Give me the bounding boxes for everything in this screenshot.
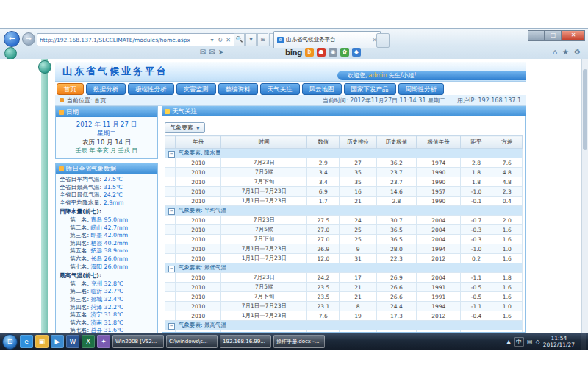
table-row[interactable]: 20107月1日—7月23日23.1824.41994-1.11.0 <box>165 302 523 311</box>
compat-view-icon[interactable]: ⊞ <box>257 33 268 46</box>
volume-icon[interactable]: ◇ <box>536 339 540 345</box>
table-row[interactable]: 20101月1日—7月23日1.7212.81990-0.10.4 <box>165 197 523 206</box>
minimize-button[interactable]: – <box>528 30 545 41</box>
table-cell: 3.4 <box>307 177 340 187</box>
table-cell: 17.3 <box>376 311 416 321</box>
network-icon[interactable]: ▤ <box>527 339 533 345</box>
rank-item: 第七名: 莒县 31.6℃ <box>60 327 154 333</box>
word-icon[interactable]: W <box>66 335 79 348</box>
nav-item[interactable]: 风云地图 <box>302 83 342 95</box>
table-cell: 24.4 <box>376 302 416 311</box>
table-row[interactable]: 20107月5候23.52126.61991-0.51.6 <box>165 283 523 292</box>
scrollbar[interactable] <box>581 59 588 333</box>
table-row[interactable]: 20107月23日24.21726.92004-1.11.8 <box>165 273 523 283</box>
bing-logo[interactable]: bing <box>285 49 302 57</box>
search-dropdown-icon[interactable]: ▾ <box>245 33 257 46</box>
collapse-icon[interactable]: − <box>168 151 175 158</box>
table-row[interactable]: 20107月1日—7月23日26.9928.01994-1.01.0 <box>165 244 523 254</box>
taskbar-window-button[interactable]: 操作手册.docx -... <box>273 335 325 348</box>
tool-icon[interactable]: ✦ <box>97 335 110 348</box>
table-group-row[interactable]: −气象要素: 平均气温 <box>165 206 523 216</box>
maximize-button[interactable]: □ <box>545 30 562 41</box>
collapse-icon[interactable]: − <box>168 266 175 272</box>
messenger-icon[interactable] <box>4 47 17 60</box>
home-icon[interactable]: ⌂ <box>553 48 557 56</box>
rank-item: 第三名: 即墨 42.0mm <box>60 232 154 240</box>
table-cell: 1.0 <box>492 302 522 311</box>
stat-value: 31.5℃ <box>101 184 123 191</box>
nav-item[interactable]: 首页 <box>57 83 84 95</box>
taskbar-window-button[interactable]: C:\windows\s... <box>166 335 218 348</box>
table-cell: 1月1日—7月23日 <box>221 311 307 321</box>
address-bar[interactable]: http://192.168.137.1/SLCCLIMATE/modules/… <box>37 33 235 46</box>
camera-icon[interactable]: ◉ <box>329 48 337 57</box>
table-cell: 1.8 <box>461 177 492 187</box>
search-icon[interactable]: 🔍 <box>234 33 245 46</box>
nav-item[interactable]: 灾害监测 <box>176 83 216 95</box>
url-text[interactable]: http://192.168.137.1/SLCCLIMATE/modules/… <box>40 37 208 43</box>
explorer-icon[interactable]: ▣ <box>35 335 49 348</box>
media-icon[interactable]: ▶ <box>51 335 64 348</box>
input-language-indicator[interactable]: 中 <box>514 337 524 347</box>
refresh-icon[interactable]: ↻ <box>216 37 224 43</box>
excel-icon[interactable]: X <box>82 335 95 348</box>
scrollbar-thumb[interactable] <box>583 69 587 150</box>
table-group-row[interactable]: −气象要素: 降水量 <box>165 149 523 158</box>
nav-menu: 首页数据分析极端性分析灾害监测整编资料天气关注风云地图国家下发产品周期性分析 <box>55 82 526 95</box>
table-group-row[interactable]: −气象要素: 最低气温 <box>165 263 523 273</box>
table-row[interactable]: 20107月5候3.43523.719901.84.8 <box>165 168 523 177</box>
table-cell: 21 <box>340 197 376 206</box>
weather-icon[interactable]: ✿ <box>340 48 349 57</box>
show-desktop-button[interactable] <box>581 333 586 350</box>
nav-item[interactable]: 国家下发产品 <box>344 83 396 95</box>
tray-expand-icon[interactable]: ▲ <box>506 339 511 345</box>
mail-icon[interactable]: ✉ <box>200 48 206 56</box>
table-cell: 2010 <box>176 187 221 197</box>
nav-item[interactable]: 数据分析 <box>86 83 126 95</box>
stop-icon[interactable]: ✕ <box>224 37 232 43</box>
ie-icon[interactable]: e <box>20 335 33 348</box>
map-icon[interactable]: ◆ <box>352 48 361 57</box>
browser-tab[interactable]: e 山东省气候业务平台 ✕ <box>273 31 381 48</box>
tab-title[interactable]: 山东省气候业务平台 <box>286 36 370 43</box>
element-filter-button[interactable]: 气象要素 ▼ <box>165 122 205 133</box>
favorites-star-icon[interactable]: ★ <box>562 48 569 56</box>
table-row[interactable]: 20107月1日—7月23日6.91614.61957-1.02.3 <box>165 187 523 197</box>
table-cell: 1.6 <box>492 292 522 302</box>
table-row[interactable]: 20101月1日—7月23日7.61917.32012-0.41.6 <box>165 311 523 321</box>
new-tab-button[interactable] <box>376 33 390 48</box>
table-row[interactable]: 20107月下旬3.43523.719901.84.8 <box>165 177 523 187</box>
news-icon[interactable]: ● <box>317 48 326 57</box>
autocomplete-arrow-icon[interactable]: ▾ <box>208 37 216 43</box>
nav-item[interactable]: 天气关注 <box>260 83 300 95</box>
close-button[interactable]: ✕ <box>562 30 585 41</box>
table-cell: 31 <box>340 254 376 263</box>
mail2-icon[interactable]: ✉ <box>209 48 215 56</box>
table-row[interactable]: 20107月23日2.92736.219742.87.6 <box>165 158 523 168</box>
send-icon[interactable]: ➤ <box>218 48 224 56</box>
settings-gear-icon[interactable]: ⚙ <box>574 48 581 56</box>
table-row[interactable]: 20107月下旬27.02536.52004-0.31.6 <box>165 235 523 244</box>
taskbar-window-button[interactable]: Win2008 [V52... <box>112 335 164 348</box>
table-cell: -0.4 <box>461 311 492 321</box>
table-row[interactable]: 20101月1日—7月23日12.03122.320120.21.6 <box>165 254 523 263</box>
bing-b-icon[interactable]: b <box>305 48 314 57</box>
nav-item[interactable]: 极端性分析 <box>128 83 174 95</box>
forward-button[interactable]: → <box>22 32 35 46</box>
collapse-icon[interactable]: − <box>168 208 175 215</box>
table-cell: 1.6 <box>492 235 522 244</box>
collapse-icon[interactable]: − <box>168 323 175 330</box>
table-row[interactable]: 20107月下旬23.52126.61991-0.51.6 <box>165 292 523 302</box>
back-button[interactable]: ← <box>4 31 20 47</box>
table-group-row[interactable]: −气象要素: 最高气温 <box>165 321 523 330</box>
table-cell: 2010 <box>176 197 221 206</box>
table-row[interactable]: 20107月5候27.02536.52004-0.31.6 <box>165 225 523 235</box>
window-controls: – □ ✕ <box>528 30 585 41</box>
taskbar-clock[interactable]: 11:54 2012/11/27 <box>543 335 578 348</box>
nav-item[interactable]: 整编资料 <box>218 83 258 95</box>
start-button[interactable]: ⊞ <box>2 334 18 350</box>
taskbar-window-button[interactable]: 192.168.16.99... <box>220 335 271 348</box>
table-row[interactable]: 20107月23日27.52430.72004-0.72.0 <box>165 216 523 225</box>
rank-item: 第六名: 长岛 26.0mm <box>60 255 154 263</box>
nav-item[interactable]: 周期性分析 <box>398 83 445 95</box>
